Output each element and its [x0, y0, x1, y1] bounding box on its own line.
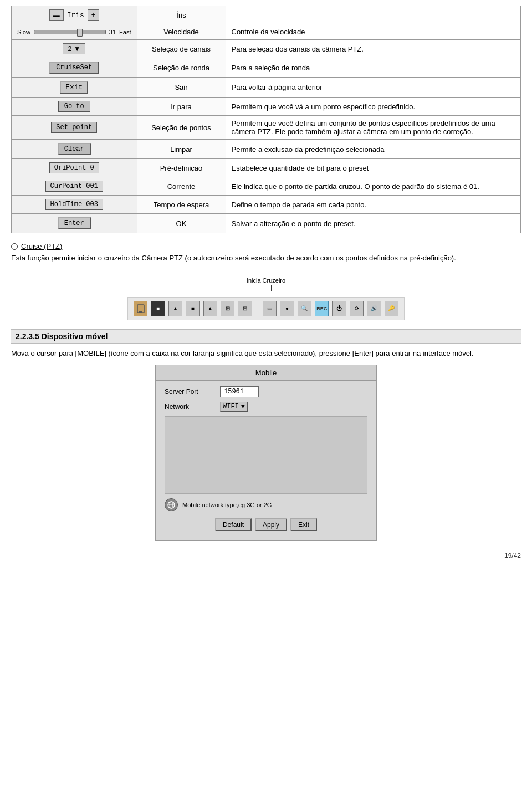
cruise-toolbar: ■ ▲ ■ ▲ ⊞ ⊟ ▭ ● 🔍 REC ⏻ ⟳ 🔊 🔑	[127, 297, 405, 320]
cruiseset-description: Para a seleção de ronda	[226, 58, 521, 78]
speed-slider-container: Slow 31 Fast	[17, 29, 131, 35]
table-row-clear: Clear Limpar Permite a exclusão da prede…	[12, 140, 521, 159]
table-row-channel: 2 ▼ Seleção de canais Para seleção dos c…	[12, 40, 521, 58]
mobile-default-button[interactable]: Default	[215, 518, 252, 531]
table-row-setpoint: Set point Seleção de pontos Permitem que…	[12, 116, 521, 140]
oripoint-description: Estabelece quantidade de bit para o pres…	[226, 159, 521, 177]
mobile-footer-text: Mobile network type,eg 3G or 2G	[182, 502, 272, 508]
table-row-cruiseset: CruiseSet Seleção de ronda Para a seleçã…	[12, 58, 521, 78]
table-row-enter: Enter OK Salvar a alteração e o ponto de…	[12, 214, 521, 233]
goto-feature-label: Ir para	[137, 98, 226, 116]
table-row-exit: Exit Sair Para voltar à página anterior	[12, 78, 521, 98]
toolbar-item-grid[interactable]: ⊞	[221, 301, 234, 316]
slider-value-label: 31	[109, 29, 116, 35]
mobile-footer-row: Mobile network type,eg 3G or 2G	[165, 498, 367, 511]
table-row-goto: Go to Ir para Permitem que você vá a um …	[12, 98, 521, 116]
mobile-apply-button[interactable]: Apply	[255, 518, 287, 531]
network-dropdown[interactable]: WIFI ▼	[220, 402, 248, 412]
table-row-curpoint: CurPoint 001 Corrente Ele indica que o p…	[12, 177, 521, 196]
oripoint-display: OriPoint 0	[49, 162, 99, 173]
mobile-button-row: Default Apply Exit	[165, 515, 367, 535]
cruise-bullet-row: Cruise (PTZ)	[11, 242, 521, 250]
channel-value: 2	[68, 45, 71, 53]
speed-description: Controle da velocidade	[226, 24, 521, 40]
cruiseset-button[interactable]: CruiseSet	[49, 62, 99, 74]
svg-rect-0	[137, 305, 144, 313]
network-label: Network	[165, 403, 214, 411]
cruiseset-feature-label: Seleção de ronda	[137, 58, 226, 78]
server-port-value[interactable]: 15961	[220, 386, 259, 397]
cruise-description: Esta função permite iniciar o cruzeiro d…	[11, 253, 521, 264]
slider-track[interactable]	[34, 30, 106, 34]
mobile-exit-button[interactable]: Exit	[290, 518, 317, 531]
network-value: WIFI	[223, 403, 239, 411]
toolbar-item-rec[interactable]: REC	[315, 301, 329, 316]
svg-rect-1	[139, 311, 142, 313]
enter-button[interactable]: Enter	[58, 217, 91, 229]
section-mobile-description: Mova o cursor para [MOBILE] (ícone com a…	[11, 348, 521, 360]
clear-button[interactable]: Clear	[58, 143, 91, 155]
enter-feature-label: OK	[137, 214, 226, 233]
channel-dropdown[interactable]: 2 ▼	[63, 43, 85, 54]
goto-description: Permitem que você vá a um ponto específi…	[226, 98, 521, 116]
toolbar-item-key[interactable]: 🔑	[385, 301, 398, 316]
dropdown-arrow-icon: ▼	[74, 45, 80, 53]
toolbar-item-grid2[interactable]: ⊟	[238, 301, 252, 316]
network-row: Network WIFI ▼	[165, 402, 367, 412]
network-dropdown-arrow: ▼	[241, 403, 245, 411]
setpoint-description: Permitem que você defina um conjunto de …	[226, 116, 521, 140]
holdtime-feature-label: Tempo de espera	[137, 196, 226, 214]
mobile-dialog-title: Mobile	[156, 365, 376, 381]
clear-description: Permite a exclusão da predefinição selec…	[226, 140, 521, 159]
enter-description: Salvar a alteração e o ponto de preset.	[226, 214, 521, 233]
toolbar-item-square2[interactable]: ■	[186, 301, 200, 316]
curpoint-display: CurPoint 001	[45, 181, 103, 192]
setpoint-feature-label: Seleção de pontos	[137, 116, 226, 140]
toolbar-item-search[interactable]: 🔍	[298, 301, 311, 316]
bullet-icon	[11, 243, 18, 250]
table-row-iris: ▬ Iris + Íris	[12, 6, 521, 24]
setpoint-button[interactable]: Set point	[51, 122, 97, 133]
oripoint-feature-label: Pré-definição	[137, 159, 226, 177]
cruise-section: Cruise (PTZ) Esta função permite iniciar…	[11, 242, 521, 264]
cruise-title: Cruise (PTZ)	[21, 242, 62, 250]
slider-thumb[interactable]	[77, 29, 83, 37]
iris-plus-icon[interactable]: +	[88, 9, 99, 21]
holdtime-display: HoldTime 003	[45, 199, 103, 210]
exit-description: Para voltar à página anterior	[226, 78, 521, 98]
channel-description: Para seleção dos canais da câmera PTZ.	[226, 40, 521, 58]
goto-button[interactable]: Go to	[58, 101, 90, 112]
table-row-holdtime: HoldTime 003 Tempo de espera Define o te…	[12, 196, 521, 214]
exit-feature-label: Sair	[137, 78, 226, 98]
toolbar-item-mobile[interactable]	[134, 301, 147, 316]
toolbar-item-square[interactable]: ■	[151, 301, 165, 316]
mobile-network-icon	[165, 498, 178, 511]
page-number: 19/42	[11, 552, 521, 560]
features-table: ▬ Iris + Íris Slow 31 Fast Veloc	[11, 6, 521, 233]
speed-feature-label: Velocidade	[137, 24, 226, 40]
mobile-dialog-body: Server Port 15961 Network WIFI ▼ Mobile …	[156, 381, 376, 540]
curpoint-description: Ele indica que o ponto de partida cruzou…	[226, 177, 521, 196]
mobile-content-area	[165, 416, 367, 494]
slider-min-label: Slow	[17, 29, 30, 35]
toolbar-item-rect[interactable]: ▭	[263, 301, 277, 316]
toolbar-item-speaker[interactable]: 🔊	[367, 301, 381, 316]
slider-max-label: Fast	[119, 29, 131, 35]
iris-description	[226, 6, 521, 24]
toolbar-item-power[interactable]: ⏻	[332, 301, 346, 316]
toolbar-item-up-arrow[interactable]: ▲	[168, 301, 182, 316]
toolbar-item-up-arrow2[interactable]: ▲	[203, 301, 217, 316]
toolbar-item-clock[interactable]: ⟳	[350, 301, 364, 316]
exit-button[interactable]: Exit	[60, 81, 88, 94]
server-port-row: Server Port 15961	[165, 386, 367, 397]
channel-feature-label: Seleção de canais	[137, 40, 226, 58]
iris-control: ▬ Iris +	[17, 9, 131, 21]
clear-feature-label: Limpar	[137, 140, 226, 159]
toolbar-item-circle[interactable]: ●	[280, 301, 294, 316]
iris-feature-label: Íris	[137, 6, 226, 24]
iris-minus-icon[interactable]: ▬	[49, 9, 64, 21]
server-port-label: Server Port	[165, 388, 214, 396]
toolbar-label: Inicia Cruzeiro	[127, 277, 405, 284]
curpoint-feature-label: Corrente	[137, 177, 226, 196]
mobile-dialog-screenshot: Mobile Server Port 15961 Network WIFI ▼ …	[155, 365, 377, 541]
